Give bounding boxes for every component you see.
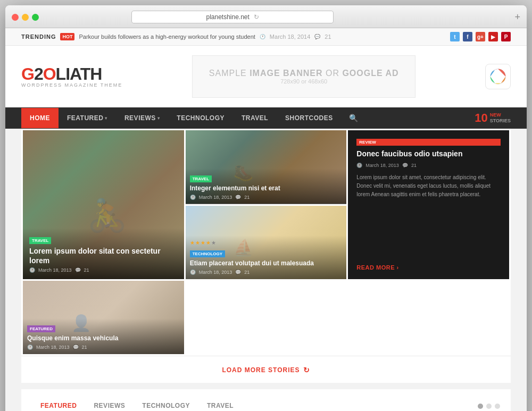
large-item-comments: 21 — [84, 267, 89, 273]
clock-icon: 🕐 — [260, 34, 265, 39]
trending-text[interactable]: Parkour builds followers as a high-energ… — [79, 33, 255, 40]
sailing-overlay: ★ ★ ★ ★ ★ TECHNOLOGY Etiam placerat volu… — [186, 236, 347, 279]
hikers-meta: 🕐 March 18, 2013 💬 21 — [190, 195, 343, 200]
page-content: TRENDING HOT Parkour builds followers as… — [5, 28, 527, 411]
minimize-button[interactable] — [22, 14, 29, 21]
pinterest-icon[interactable]: P — [501, 32, 511, 41]
logo-g: G — [21, 64, 34, 83]
grid-item-hikers[interactable]: 🥾 TRAVEL Integer elementum nisi et erat … — [186, 130, 347, 204]
tab-travel[interactable]: TRAVEL — [198, 398, 242, 411]
dot-1[interactable] — [478, 404, 483, 409]
close-button[interactable] — [12, 14, 19, 21]
add-tab-button[interactable]: + — [514, 12, 520, 23]
news-grid: 🚴 TRAVEL Lorem ipsum dolor sitat con sec… — [21, 129, 511, 356]
large-item-title: Lorem ipsum dolor sitat con sectetur lor… — [29, 246, 178, 265]
sailing-stars: ★ ★ ★ ★ ★ — [190, 240, 343, 246]
right-title: Donec faucibus odio utsapien — [356, 149, 501, 158]
new-count: 10 — [475, 111, 487, 125]
comment-icon3: 💬 — [402, 163, 408, 168]
trending-left: TRENDING HOT Parkour builds followers as… — [21, 33, 331, 40]
tab-technology[interactable]: TECHNOLOGY — [134, 398, 198, 411]
clock-icon5: 🕐 — [27, 345, 33, 350]
right-body: Lorem ipsum dolor sit amet, consectetur … — [356, 173, 501, 259]
site-header: G2OLIATH WORDPRESS MAGAZINE THEME SAMPLE… — [5, 46, 527, 107]
grid-item-woman[interactable]: 👤 FEATURED Quisque enim massa vehicula 🕐… — [23, 281, 184, 354]
right-comments: 21 — [411, 163, 417, 168]
woman-badge: FEATURED — [27, 325, 55, 332]
load-more-icon: ↻ — [303, 366, 310, 374]
banner-sub-text: 728x90 or 468x60 — [280, 78, 327, 85]
trending-bar: TRENDING HOT Parkour builds followers as… — [5, 28, 527, 46]
nav-new-stories: 10 NEW STORIES — [475, 111, 511, 125]
url-text: planetshine.net — [206, 13, 249, 21]
sailing-comments: 21 — [244, 270, 250, 275]
googleplus-icon[interactable]: g+ — [476, 32, 485, 41]
browser-titlebar: planetshine.net ↻ + — [5, 5, 527, 28]
comment-icon5: 💬 — [73, 345, 79, 350]
featured-tabs: FEATURED REVIEWS TECHNOLOGY TRAVEL — [21, 398, 511, 411]
banner-main-text: SAMPLE IMAGE BANNER OR GOOGLE AD — [209, 69, 399, 78]
large-item-date: March 18, 2013 — [38, 267, 72, 273]
trending-comments: 21 — [325, 33, 331, 40]
news-grid-section: 🚴 TRAVEL Lorem ipsum dolor sitat con sec… — [21, 129, 511, 383]
colorwheel-svg — [489, 68, 506, 85]
refresh-icon[interactable]: ↻ — [254, 13, 259, 21]
tab-featured[interactable]: FEATURED — [32, 398, 85, 411]
logo-rest: 2OLIATH — [34, 64, 102, 83]
logo[interactable]: G2OLIATH WORDPRESS MAGAZINE THEME — [21, 65, 122, 88]
nav-home[interactable]: HOME — [21, 108, 59, 128]
nav-search[interactable]: 🔍 — [342, 107, 365, 129]
logo-subtitle: WORDPRESS MAGAZINE THEME — [21, 82, 122, 88]
comment-icon2: 💬 — [235, 195, 241, 200]
large-item-overlay: TRAVEL Lorem ipsum dolor sitat con secte… — [23, 228, 184, 279]
sailing-badge: TECHNOLOGY — [190, 250, 225, 257]
clock-icon2: 🕐 — [190, 195, 196, 200]
hikers-title: Integer elementum nisi et erat — [190, 184, 343, 193]
social-icons: t f g+ ▶ P — [450, 32, 511, 41]
dot-3[interactable] — [495, 404, 500, 409]
sailing-title: Etiam placerat volutpat dui ut malesuada — [190, 259, 343, 268]
read-more-link[interactable]: READ MORE › — [356, 264, 501, 271]
trending-date: March 18, 2014 — [270, 33, 310, 40]
load-more-section: LOAD MORE STORIES ↻ — [21, 356, 511, 383]
woman-comments: 21 — [82, 345, 87, 350]
nav-travel[interactable]: TRAVEL — [233, 108, 277, 128]
load-more-button[interactable]: LOAD MORE STORIES ↻ — [222, 366, 310, 374]
grid-item-large[interactable]: 🚴 TRAVEL Lorem ipsum dolor sitat con sec… — [23, 130, 184, 279]
featured-section: FEATURED REVIEWS TECHNOLOGY TRAVEL ‹ — [21, 389, 511, 411]
logo-text: G2OLIATH — [21, 65, 122, 82]
maximize-button[interactable] — [32, 14, 39, 21]
url-bar[interactable]: planetshine.net ↻ — [131, 11, 334, 23]
comment-icon: 💬 — [314, 34, 320, 39]
right-meta: 🕐 March 18, 2013 💬 21 — [356, 163, 501, 168]
comment-icon: 💬 — [75, 267, 81, 273]
grid-item-right[interactable]: REVIEW Donec faucibus odio utsapien 🕐 Ma… — [348, 130, 509, 279]
sailing-date: March 18, 2013 — [199, 270, 232, 275]
browser-window: planetshine.net ↻ + TRENDING HOT Parkour… — [5, 5, 527, 411]
hikers-overlay: TRAVEL Integer elementum nisi et erat 🕐 … — [186, 169, 347, 204]
stories-label: STORIES — [490, 118, 511, 123]
nav-featured[interactable]: FEATURED ▾ — [59, 108, 116, 128]
nav-reviews[interactable]: REVIEWS ▾ — [116, 108, 168, 128]
youtube-icon[interactable]: ▶ — [488, 32, 498, 41]
carousel-dots — [478, 404, 500, 409]
nav-shortcodes[interactable]: SHORTCODES — [277, 108, 342, 128]
large-item-badge: TRAVEL — [29, 237, 51, 244]
large-item-meta: 🕐 March 18, 2013 💬 21 — [29, 267, 178, 273]
right-date: March 18, 2013 — [365, 163, 399, 168]
dot-2[interactable] — [486, 404, 492, 409]
grid-item-sailing[interactable]: ⛵ ★ ★ ★ ★ ★ TECHNOLOGY — [186, 206, 347, 280]
facebook-icon[interactable]: f — [463, 32, 472, 41]
right-badge: REVIEW — [356, 139, 501, 146]
page-wrap: TRENDING HOT Parkour builds followers as… — [5, 28, 527, 411]
twitter-icon[interactable]: t — [450, 32, 460, 41]
browser-controls — [12, 14, 39, 21]
banner-ad[interactable]: SAMPLE IMAGE BANNER OR GOOGLE AD 728x90 … — [192, 55, 415, 98]
main-content: 🚴 TRAVEL Lorem ipsum dolor sitat con sec… — [5, 129, 527, 411]
tab-reviews[interactable]: REVIEWS — [85, 398, 134, 411]
hikers-date: March 18, 2013 — [199, 195, 232, 200]
nav-technology[interactable]: TECHNOLOGY — [168, 108, 233, 128]
colorwheel-icon[interactable] — [485, 64, 511, 89]
woman-title: Quisque enim massa vehicula — [27, 334, 180, 343]
main-nav: HOME FEATURED ▾ REVIEWS ▾ TECHNOLOGY TRA… — [5, 107, 527, 129]
